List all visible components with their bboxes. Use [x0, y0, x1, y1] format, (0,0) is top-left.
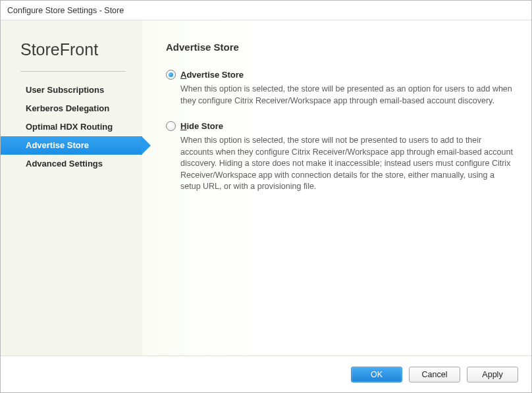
ok-button[interactable]: OK [351, 367, 402, 382]
radio-label-advertise[interactable]: Advertise Store [180, 70, 244, 80]
radio-row-advertise[interactable]: Advertise Store [166, 70, 516, 80]
option-desc-hide: When this option is selected, the store … [180, 135, 516, 193]
window-title: Configure Store Settings - Store [7, 6, 124, 15]
content-pane: Advertise Store Advertise Store When thi… [142, 20, 531, 355]
sidebar-item-user-subscriptions[interactable]: User Subscriptions [1, 81, 142, 99]
cancel-button[interactable]: Cancel [409, 367, 460, 382]
apply-button[interactable]: Apply [467, 367, 518, 382]
sidebar-item-kerberos-delegation[interactable]: Kerberos Delegation [1, 99, 142, 118]
sidebar-item-advanced-settings[interactable]: Advanced Settings [1, 155, 142, 173]
dialog-body: StoreFront User Subscriptions Kerberos D… [1, 20, 531, 355]
brand-divider [20, 71, 126, 72]
sidebar: StoreFront User Subscriptions Kerberos D… [1, 20, 142, 355]
brand-title: StoreFront [1, 40, 142, 71]
titlebar: Configure Store Settings - Store [1, 1, 531, 20]
radio-row-hide[interactable]: Hide Store [166, 121, 516, 131]
dialog-footer: OK Cancel Apply [1, 355, 531, 392]
sidebar-nav: User Subscriptions Kerberos Delegation O… [1, 81, 142, 173]
option-advertise: Advertise Store When this option is sele… [166, 70, 516, 107]
radio-label-hide[interactable]: Hide Store [180, 121, 223, 131]
radio-hide-store[interactable] [166, 121, 176, 131]
option-desc-advertise: When this option is selected, the store … [180, 84, 516, 107]
option-hide: Hide Store When this option is selected,… [166, 121, 516, 193]
dialog-window: Configure Store Settings - Store StoreFr… [0, 0, 532, 393]
page-title: Advertise Store [166, 41, 516, 53]
sidebar-item-advertise-store[interactable]: Advertise Store [1, 136, 142, 155]
radio-advertise-store[interactable] [166, 70, 176, 80]
sidebar-item-optimal-hdx-routing[interactable]: Optimal HDX Routing [1, 118, 142, 136]
